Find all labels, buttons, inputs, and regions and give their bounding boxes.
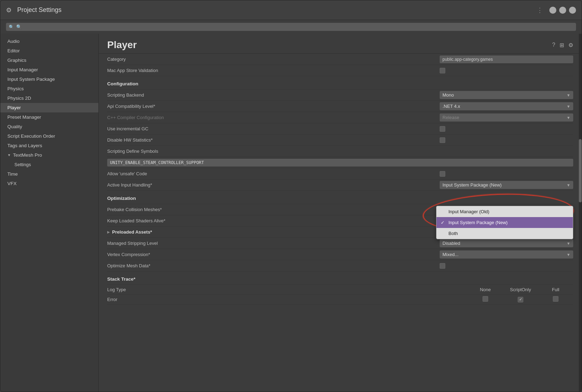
row-stack-trace-header: Stack Trace* xyxy=(107,272,573,285)
row-scripting-backend: Scripting Backend Mono IL2CPP ▼ xyxy=(107,90,573,101)
sidebar-item-script-execution-order[interactable]: Script Execution Order xyxy=(0,131,98,141)
dropdown-wrap-api-compat: .NET 4.x .NET Standard 2.0 ▼ xyxy=(440,102,573,110)
search-bar: 🔍 xyxy=(0,20,582,34)
section-configuration: Configuration xyxy=(107,78,138,88)
sidebar-item-input-manager[interactable]: Input Manager xyxy=(0,65,98,74)
checkbox-disable-hw-stats[interactable] xyxy=(440,137,445,143)
sidebar-item-tags-and-layers[interactable]: Tags and Layers xyxy=(0,141,98,150)
titlebar: ⚙ Project Settings ⋮ xyxy=(0,0,582,20)
checkbox-error-none[interactable] xyxy=(483,296,488,302)
sidebar-item-graphics[interactable]: Graphics xyxy=(0,55,98,65)
minimize-button[interactable] xyxy=(549,7,556,14)
stack-none-header: None xyxy=(468,287,503,292)
settings-icon[interactable]: ⚙ xyxy=(568,42,573,48)
stack-log-type-label: Log Type xyxy=(107,287,468,292)
row-optimize-mesh-data: Optimize Mesh Data* xyxy=(107,260,573,272)
dropdown-wrap-managed-stripping: Disabled Low Medium High ▼ xyxy=(440,239,573,247)
dropdown-cpp-config[interactable]: Release Debug xyxy=(440,113,573,122)
content-header: Player ? ⊞ ⚙ xyxy=(99,34,582,54)
dropdown-scripting-backend[interactable]: Mono IL2CPP xyxy=(440,91,573,99)
sidebar-item-input-system-package[interactable]: Input System Package xyxy=(0,74,98,84)
row-scripting-define-symbols: Scripting Define Symbols xyxy=(107,146,573,157)
row-cpp-config: C++ Compiler Configuration Release Debug… xyxy=(107,112,573,123)
dropdown-wrap-cpp-config: Release Debug ▼ xyxy=(440,113,573,122)
row-vertex-compression: Vertex Compression* Mixed... None Everyt… xyxy=(107,249,573,260)
checkbox-error-full[interactable] xyxy=(553,296,558,302)
sidebar-item-vfx[interactable]: VFX xyxy=(0,179,98,188)
label-disable-hw-stats: Disable HW Statistics* xyxy=(107,137,440,143)
checkbox-error-scriptonly[interactable] xyxy=(518,297,523,302)
gear-icon: ⚙ xyxy=(6,6,14,14)
main-layout: Audio Editor Graphics Input Manager Inpu… xyxy=(0,34,582,392)
row-configuration-header: Configuration xyxy=(107,76,573,90)
label-allow-unsafe-code: Allow 'unsafe' Code xyxy=(107,171,440,176)
section-stack-trace: Stack Trace* xyxy=(107,273,135,283)
help-icon[interactable]: ? xyxy=(552,42,555,48)
sidebar-item-physics[interactable]: Physics xyxy=(0,84,98,93)
value-incremental-gc xyxy=(440,126,573,132)
sidebar-item-player[interactable]: Player xyxy=(0,103,98,112)
label-active-input-handling: Active Input Handling* xyxy=(107,182,440,188)
popup-item-both[interactable]: Both xyxy=(436,228,573,239)
settings-table: Category public.app-category.games Mac A… xyxy=(99,54,582,305)
expand-triangle-icon: ▼ xyxy=(7,153,11,157)
dropdown-active-input-handling[interactable]: Input Manager (Old) Input System Package… xyxy=(440,181,573,189)
scripting-define-input[interactable] xyxy=(107,159,573,166)
dropdown-api-compat[interactable]: .NET 4.x .NET Standard 2.0 xyxy=(440,102,573,110)
sidebar-item-physics-2d[interactable]: Physics 2D xyxy=(0,93,98,103)
content-area: Player ? ⊞ ⚙ Category public.app-categor… xyxy=(99,34,582,392)
row-scripting-define-value xyxy=(107,157,573,168)
dropdown-vertex-compression[interactable]: Mixed... None Everything xyxy=(440,250,573,259)
value-allow-unsafe-code xyxy=(440,171,573,177)
row-allow-unsafe-code: Allow 'unsafe' Code xyxy=(107,168,573,179)
label-optimize-mesh-data: Optimize Mesh Data* xyxy=(107,263,440,268)
checkbox-mac-validation[interactable] xyxy=(440,68,445,73)
sidebar-item-preset-manager[interactable]: Preset Manager xyxy=(0,112,98,122)
search-input[interactable] xyxy=(16,24,573,30)
row-api-compat: Api Compatibility Level* .NET 4.x .NET S… xyxy=(107,101,573,112)
sidebar-item-editor[interactable]: Editor xyxy=(0,46,98,55)
checkbox-allow-unsafe-code[interactable] xyxy=(440,171,445,177)
stack-error-scriptonly xyxy=(503,296,538,302)
row-disable-hw-stats: Disable HW Statistics* xyxy=(107,135,573,146)
stack-table-header: Log Type None ScriptOnly Full xyxy=(107,285,573,295)
sidebar-item-textmesh-pro-label: TextMesh Pro xyxy=(13,152,42,158)
scrollbar[interactable] xyxy=(579,34,582,392)
row-managed-stripping: Managed Stripping Level Disabled Low Med… xyxy=(107,238,573,249)
popup-label-both: Both xyxy=(448,231,458,236)
label-managed-stripping: Managed Stripping Level xyxy=(107,241,440,246)
columns-icon[interactable]: ⊞ xyxy=(560,42,564,48)
row-incremental-gc: Use incremental GC xyxy=(107,123,573,135)
value-category: public.app-category.games xyxy=(440,55,573,63)
dropdown-managed-stripping[interactable]: Disabled Low Medium High xyxy=(440,239,573,247)
checkbox-optimize-mesh-data[interactable] xyxy=(440,263,445,269)
value-vertex-compression: Mixed... None Everything ▼ xyxy=(440,250,573,259)
project-settings-window: ⚙ Project Settings ⋮ 🔍 Audio Editor Grap… xyxy=(0,0,582,392)
label-prebake-collision: Prebake Collision Meshes* xyxy=(107,207,440,212)
sidebar-item-audio[interactable]: Audio xyxy=(0,37,98,46)
value-mac-validation xyxy=(440,68,573,73)
row-mac-validation: Mac App Store Validation xyxy=(107,65,573,76)
more-icon[interactable]: ⋮ xyxy=(537,6,544,14)
popup-label-input-manager-old: Input Manager (Old) xyxy=(448,209,489,214)
label-scripting-backend: Scripting Backend xyxy=(107,92,440,98)
window-title: Project Settings xyxy=(17,6,537,14)
popup-item-input-manager-old[interactable]: Input Manager (Old) xyxy=(436,206,573,217)
stack-error-label: Error xyxy=(107,297,468,302)
maximize-button[interactable] xyxy=(559,7,566,14)
dropdown-wrap-scripting-backend: Mono IL2CPP ▼ xyxy=(440,91,573,99)
stack-full-header: Full xyxy=(538,287,573,292)
checkbox-incremental-gc[interactable] xyxy=(440,126,445,132)
label-mac-validation: Mac App Store Validation xyxy=(107,68,440,73)
sidebar-item-textmesh-pro[interactable]: ▼ TextMesh Pro xyxy=(0,150,98,160)
label-keep-loaded-shaders: Keep Loaded Shaders Alive* xyxy=(107,218,440,223)
search-icon: 🔍 xyxy=(9,25,14,30)
sidebar-item-time[interactable]: Time xyxy=(0,169,98,179)
sidebar-item-settings[interactable]: Settings xyxy=(0,160,98,169)
row-active-input-handling: Active Input Handling* Input Manager (Ol… xyxy=(107,179,573,191)
popup-item-input-system-package-new[interactable]: ✓ Input System Package (New) xyxy=(436,217,573,228)
close-button[interactable] xyxy=(569,7,576,14)
scrollbar-thumb[interactable] xyxy=(579,139,582,202)
window-controls: ⋮ xyxy=(537,6,576,14)
sidebar-item-quality[interactable]: Quality xyxy=(0,122,98,131)
